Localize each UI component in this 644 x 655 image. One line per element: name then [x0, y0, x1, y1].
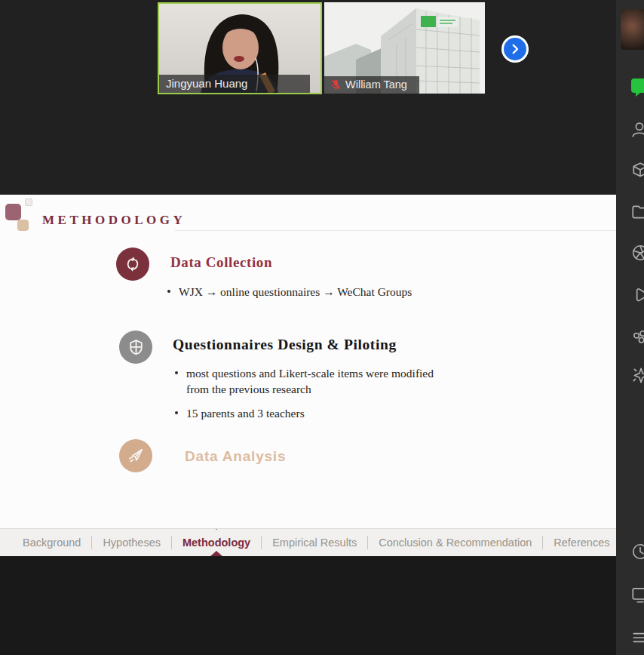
next-participants-button[interactable]	[501, 35, 529, 63]
data-analysis-badge	[119, 439, 152, 472]
apps-button[interactable]	[630, 161, 644, 180]
screen-share-button[interactable]	[630, 585, 644, 604]
bullet-text: most questions and Likert-scale items we…	[186, 365, 440, 397]
camera-effects-button[interactable]	[630, 243, 644, 263]
chevron-right-icon	[508, 42, 522, 56]
media-button[interactable]	[630, 286, 644, 306]
data-collection-badge	[116, 248, 149, 281]
meeting-window: Jingyuan Huang	[0, 0, 644, 655]
slide-logo-square-tan	[17, 220, 29, 231]
tab-label: Methodology	[182, 537, 250, 549]
slide-logo-square-big	[5, 204, 21, 220]
bullet-item: 15 parents and 3 teachers	[175, 405, 305, 421]
video-tile-jingyuan-huang[interactable]: Jingyuan Huang	[158, 2, 322, 94]
beauty-filter-button[interactable]	[630, 365, 644, 385]
tab-conclusion-recommendation[interactable]: Conclusion & Recommendation	[368, 529, 542, 556]
chat-button[interactable]	[630, 78, 644, 97]
effects-button[interactable]	[630, 328, 644, 348]
aperture-icon	[630, 243, 644, 263]
more-menu-button[interactable]	[630, 628, 644, 647]
participant-name-label: Jingyuan Huang	[159, 75, 310, 93]
folder-icon	[630, 202, 644, 222]
participants-button[interactable]	[630, 120, 644, 140]
stage-background-bottom	[0, 556, 616, 655]
bullet-item: most questions and Likert-scale items we…	[175, 365, 440, 397]
bullet-dot	[175, 411, 178, 414]
tab-background[interactable]: Background	[12, 529, 91, 556]
meeting-toolbar	[616, 0, 644, 655]
tab-hypotheses[interactable]: Hypotheses	[92, 529, 171, 556]
bullet-item: WJX → online questionnaires → WeChat Gro…	[167, 284, 412, 300]
slide-tab-bar: Background Hypotheses Methodology Empiri…	[0, 528, 616, 556]
documents-button[interactable]	[630, 202, 644, 222]
active-tab-marker-bottom	[210, 551, 222, 556]
shared-screen-slide: METHODOLOGY Data Collection WJX → online…	[0, 195, 616, 556]
bullet-text: 15 parents and 3 teachers	[186, 405, 305, 421]
slide-title: METHODOLOGY	[42, 213, 186, 228]
sparkle-icon	[630, 365, 644, 385]
tab-empirical-results[interactable]: Empirical Results	[262, 529, 367, 556]
cluster-icon	[630, 328, 644, 348]
bullet-text: WJX → online questionnaires → WeChat Gro…	[179, 284, 412, 300]
video-tile-william-tang[interactable]: William Tang	[324, 2, 485, 94]
section-heading: Data Collection	[170, 254, 272, 271]
tab-references[interactable]: References	[543, 529, 616, 556]
slide-logo-square-small	[25, 198, 32, 206]
questionnaires-badge	[119, 331, 152, 364]
paper-plane-icon	[126, 446, 146, 466]
menu-icon	[630, 628, 644, 647]
section-heading: Questionnaires Design & Piloting	[173, 337, 397, 353]
tab-methodology[interactable]: Methodology	[172, 529, 261, 556]
timer-button[interactable]	[630, 542, 644, 561]
clock-icon	[630, 542, 644, 561]
title-divider	[175, 230, 616, 231]
play-shape-icon	[630, 286, 644, 306]
participant-name-label: William Tang	[324, 76, 419, 94]
participants-icon	[630, 120, 644, 140]
active-tab-marker-top	[211, 528, 222, 530]
section-heading: Data Analysis	[185, 448, 286, 465]
self-view-avatar[interactable]	[621, 9, 644, 50]
sync-arrows-icon	[123, 254, 143, 274]
shield-icon	[127, 338, 146, 357]
bullet-dot	[175, 371, 178, 374]
participant-name: Jingyuan Huang	[166, 77, 247, 90]
bullet-dot	[167, 290, 170, 293]
mic-muted-icon	[331, 79, 341, 91]
screen-icon	[630, 585, 644, 604]
chat-bubble-icon	[630, 78, 644, 97]
participant-name: William Tang	[345, 78, 407, 91]
cube-icon	[630, 161, 644, 180]
